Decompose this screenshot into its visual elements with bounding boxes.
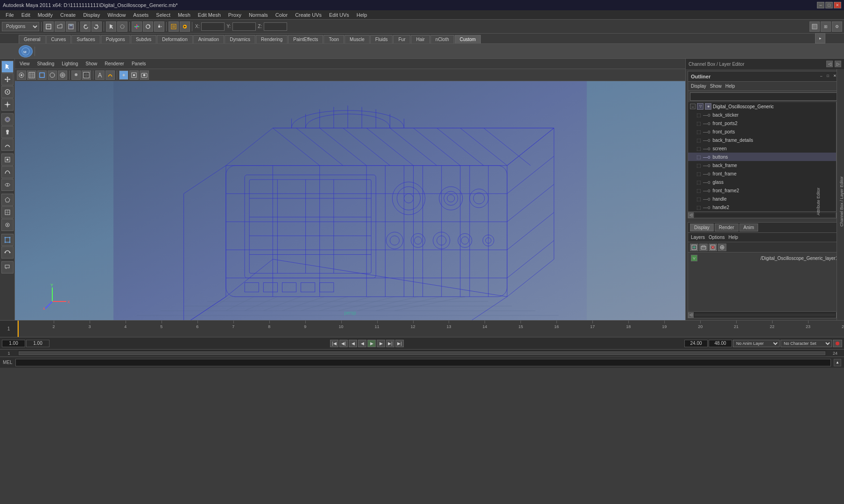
- outliner-menu-display[interactable]: Display: [691, 84, 706, 89]
- expand-icon-root[interactable]: –: [690, 104, 696, 109]
- outliner-item-glass[interactable]: ⬚ —o glass: [688, 178, 842, 186]
- menu-edit[interactable]: Edit: [18, 11, 34, 19]
- layer-options-button[interactable]: [718, 244, 726, 251]
- menu-file[interactable]: File: [2, 11, 18, 19]
- curve-tool[interactable]: [1, 166, 14, 178]
- layer-scroll-left[interactable]: ◁: [688, 312, 694, 318]
- shelf-tab-fur[interactable]: Fur: [393, 35, 410, 43]
- rotate-tool-button[interactable]: [143, 21, 153, 32]
- render-current-button[interactable]: [180, 21, 190, 32]
- anim-layer-dropdown[interactable]: No Anim Layer: [733, 340, 780, 347]
- outliner-item-front-ports2[interactable]: ⬚ —o front_ports2: [688, 119, 842, 127]
- prev-frame-button[interactable]: ◀: [349, 340, 357, 347]
- shelf-tab-painteffects[interactable]: PaintEffects: [288, 35, 323, 43]
- shelf-tab-curves[interactable]: Curves: [46, 35, 71, 43]
- close-button[interactable]: ✕: [834, 2, 841, 8]
- auto-key-button[interactable]: [833, 340, 842, 347]
- new-ref-layer-button[interactable]: [699, 244, 708, 251]
- menu-help[interactable]: Help: [353, 11, 371, 19]
- start-frame-field[interactable]: [2, 340, 25, 347]
- vp-shadow-button[interactable]: [71, 70, 81, 80]
- shelf-tab-custom[interactable]: Custom: [455, 35, 481, 43]
- end-frame-field[interactable]: [684, 340, 708, 347]
- outliner-menu-show[interactable]: Show: [710, 84, 722, 89]
- menu-edit-uvs[interactable]: Edit UVs: [325, 11, 353, 19]
- vp-snapshot-button[interactable]: [140, 70, 149, 80]
- menu-select[interactable]: Select: [152, 11, 174, 19]
- outliner-item-screen[interactable]: ⬚ —o screen: [688, 144, 842, 153]
- delete-layer-button[interactable]: [709, 244, 717, 251]
- menu-edit-mesh[interactable]: Edit Mesh: [194, 11, 225, 19]
- menu-mesh[interactable]: Mesh: [174, 11, 194, 19]
- wire-tool[interactable]: [1, 246, 14, 259]
- layer-scrollbar[interactable]: ◁ ▷: [688, 311, 842, 318]
- vp-deformer-button[interactable]: [106, 70, 115, 80]
- outliner-menu-help[interactable]: Help: [725, 84, 735, 89]
- vp-aa-button[interactable]: [95, 70, 105, 80]
- menu-display[interactable]: Display: [79, 11, 104, 19]
- outliner-search-input[interactable]: [690, 94, 839, 99]
- vp-menu-lighting[interactable]: Lighting: [59, 60, 81, 67]
- outliner-item-buttons[interactable]: ⬚ —o buttons: [688, 153, 842, 161]
- cb-tab-display[interactable]: Display: [690, 224, 714, 231]
- paint-tool[interactable]: [1, 126, 14, 138]
- vp-menu-shading[interactable]: Shading: [35, 60, 57, 67]
- menu-create-uvs[interactable]: Create UVs: [291, 11, 325, 19]
- layer-scroll-track[interactable]: [695, 314, 835, 316]
- y-input[interactable]: [232, 22, 256, 31]
- move-tool[interactable]: [1, 73, 14, 85]
- vp-isolation-button[interactable]: [129, 70, 139, 80]
- maximize-button[interactable]: □: [825, 2, 833, 8]
- go-end-button[interactable]: ▶|: [395, 340, 404, 347]
- vp-ao-button[interactable]: [82, 70, 91, 80]
- lattice-tool[interactable]: [1, 206, 14, 218]
- outliner-item-front-ports[interactable]: ⬚ —o front_ports: [688, 127, 842, 136]
- prev-key-button[interactable]: ◀|: [339, 340, 348, 347]
- shelf-tab-subdvs[interactable]: Subdvs: [131, 35, 156, 43]
- vp-menu-panels[interactable]: Panels: [129, 60, 149, 67]
- next-frame-button[interactable]: ▶: [377, 340, 385, 347]
- x-input[interactable]: [201, 22, 225, 31]
- cb-tab-render[interactable]: Render: [715, 224, 738, 231]
- next-key-button[interactable]: ▶|: [386, 340, 394, 347]
- outliner-minimize-btn[interactable]: –: [820, 74, 826, 79]
- cb-subtab-options[interactable]: Options: [709, 235, 724, 240]
- render-region-button[interactable]: [169, 21, 179, 32]
- annotation-tool[interactable]: [1, 261, 14, 273]
- 3d-viewport[interactable]: X Y x persp: [15, 81, 685, 320]
- surface-tool[interactable]: [1, 179, 14, 191]
- vp-textured-button[interactable]: [58, 70, 67, 80]
- cmd-expand-button[interactable]: ▲: [834, 359, 841, 366]
- shelf-tab-hair[interactable]: Hair: [411, 35, 429, 43]
- outliner-item-back-frame-details[interactable]: ⬚ —o back_frame_details: [688, 136, 842, 144]
- rotate-tool[interactable]: [1, 86, 14, 98]
- play-back-button[interactable]: ◀: [358, 340, 366, 347]
- save-file-button[interactable]: [66, 21, 76, 32]
- menu-create[interactable]: Create: [56, 11, 79, 19]
- vp-active-tool[interactable]: ◈: [119, 70, 128, 80]
- outliner-item-root[interactable]: – ▽ ◈ Digital_Oscilloscope_Generic: [688, 102, 842, 111]
- outliner-hscroll-track[interactable]: [695, 213, 835, 217]
- lasso-select-button[interactable]: [117, 21, 127, 32]
- new-scene-button[interactable]: [43, 21, 54, 32]
- range-end-field[interactable]: [709, 340, 732, 347]
- shelf-tab-rendering[interactable]: Rendering: [256, 35, 288, 43]
- layer-item-1[interactable]: V /Digital_Oscilloscope_Generic_layer1: [689, 253, 841, 263]
- menu-assets[interactable]: Assets: [129, 11, 152, 19]
- shelf-tab-muscle[interactable]: Muscle: [345, 35, 370, 43]
- vp-grid-button[interactable]: [27, 70, 36, 80]
- shelf-tab-deformation[interactable]: Deformation: [157, 35, 192, 43]
- go-start-button[interactable]: |◀: [330, 340, 338, 347]
- move-tool-button[interactable]: [132, 21, 142, 32]
- vp-menu-view[interactable]: View: [17, 60, 33, 67]
- shelf-tab-ncloth[interactable]: nCloth: [430, 35, 454, 43]
- new-layer-button[interactable]: [690, 244, 698, 251]
- menu-window[interactable]: Window: [104, 11, 129, 19]
- vp-menu-show[interactable]: Show: [83, 60, 100, 67]
- vp-camera-button[interactable]: [17, 70, 26, 80]
- playback-slider[interactable]: [19, 351, 825, 355]
- open-file-button[interactable]: [55, 21, 65, 32]
- outliner-item-back-frame[interactable]: ⬚ —o back_frame: [688, 161, 842, 169]
- shelf-tab-dynamics[interactable]: Dynamics: [225, 35, 255, 43]
- shelf-options-button[interactable]: ▸: [815, 33, 825, 43]
